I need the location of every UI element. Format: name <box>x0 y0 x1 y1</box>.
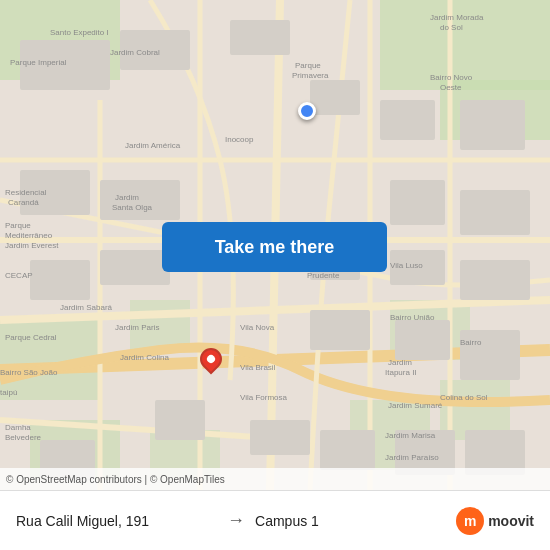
svg-text:Jardim Colina: Jardim Colina <box>120 353 169 362</box>
svg-text:do Sol: do Sol <box>440 23 463 32</box>
svg-text:Jardim Morada: Jardim Morada <box>430 13 484 22</box>
svg-rect-28 <box>310 80 360 115</box>
svg-text:Jardim: Jardim <box>388 358 412 367</box>
map-attribution: © OpenStreetMap contributors | © OpenMap… <box>0 468 550 490</box>
destination-marker <box>200 348 222 378</box>
svg-rect-32 <box>460 190 530 235</box>
svg-rect-23 <box>230 20 290 55</box>
svg-text:Parque: Parque <box>5 221 31 230</box>
svg-text:Belvedere: Belvedere <box>5 433 42 442</box>
svg-text:Bairro São João: Bairro São João <box>0 368 58 377</box>
moovit-brand-text: moovit <box>488 513 534 529</box>
svg-text:Residencial: Residencial <box>5 188 47 197</box>
svg-rect-36 <box>310 310 370 350</box>
svg-text:Parque: Parque <box>295 61 321 70</box>
moovit-icon: m <box>456 507 484 535</box>
bottom-bar: Rua Calil Miguel, 191 → Campus 1 m moovi… <box>0 490 550 550</box>
svg-text:taipú: taipú <box>0 388 17 397</box>
origin-marker <box>298 102 316 120</box>
svg-text:Jardim Sumaré: Jardim Sumaré <box>388 401 443 410</box>
svg-rect-26 <box>30 260 90 300</box>
svg-text:CECAP: CECAP <box>5 271 33 280</box>
svg-text:Santa Olga: Santa Olga <box>112 203 153 212</box>
svg-rect-39 <box>155 400 205 440</box>
svg-text:Santo Expedito I: Santo Expedito I <box>50 28 109 37</box>
map-container: Santo Expedito I Jardim Morada do Sol Pa… <box>0 0 550 490</box>
svg-text:Inocoop: Inocoop <box>225 135 254 144</box>
svg-text:Vila Nova: Vila Nova <box>240 323 275 332</box>
svg-text:Bairro Novo: Bairro Novo <box>430 73 473 82</box>
svg-text:Prudente: Prudente <box>307 271 340 280</box>
svg-text:Jardim: Jardim <box>115 193 139 202</box>
svg-text:Bairro: Bairro <box>460 338 482 347</box>
svg-text:Jardim Sabará: Jardim Sabará <box>60 303 113 312</box>
from-label: Rua Calil Miguel, 191 <box>16 513 217 529</box>
svg-rect-30 <box>460 100 525 150</box>
svg-text:Vila Formosa: Vila Formosa <box>240 393 288 402</box>
moovit-logo: m moovit <box>456 507 534 535</box>
svg-text:Vila Luso: Vila Luso <box>390 261 423 270</box>
attribution-text: © OpenStreetMap contributors | © OpenMap… <box>6 474 225 485</box>
svg-text:Itapura II: Itapura II <box>385 368 417 377</box>
svg-text:Parque Imperial: Parque Imperial <box>10 58 67 67</box>
svg-text:Parque Cedral: Parque Cedral <box>5 333 57 342</box>
svg-text:Damha: Damha <box>5 423 31 432</box>
svg-text:Vila Brasil: Vila Brasil <box>240 363 276 372</box>
to-label: Campus 1 <box>255 513 456 529</box>
svg-text:Primavera: Primavera <box>292 71 329 80</box>
take-me-there-button[interactable]: Take me there <box>162 222 387 272</box>
svg-text:Jardim Paris: Jardim Paris <box>115 323 159 332</box>
svg-text:Oeste: Oeste <box>440 83 462 92</box>
svg-text:Jardim Everest: Jardim Everest <box>5 241 59 250</box>
svg-rect-31 <box>390 180 445 225</box>
svg-text:Jardim Cobral: Jardim Cobral <box>110 48 160 57</box>
svg-rect-35 <box>460 260 530 300</box>
svg-rect-37 <box>395 320 450 360</box>
svg-text:Jardim Paraíso: Jardim Paraíso <box>385 453 439 462</box>
svg-text:Jardim América: Jardim América <box>125 141 181 150</box>
svg-rect-41 <box>320 430 375 470</box>
svg-rect-29 <box>380 100 435 140</box>
svg-text:Mediterrâneo: Mediterrâneo <box>5 231 53 240</box>
svg-rect-27 <box>100 250 170 285</box>
arrow-icon: → <box>227 510 245 531</box>
svg-rect-25 <box>100 180 180 220</box>
svg-text:Colina do Sol: Colina do Sol <box>440 393 488 402</box>
svg-text:Jardim Marisa: Jardim Marisa <box>385 431 436 440</box>
svg-rect-40 <box>250 420 310 455</box>
svg-text:Carandá: Carandá <box>8 198 39 207</box>
svg-text:Bairro União: Bairro União <box>390 313 435 322</box>
